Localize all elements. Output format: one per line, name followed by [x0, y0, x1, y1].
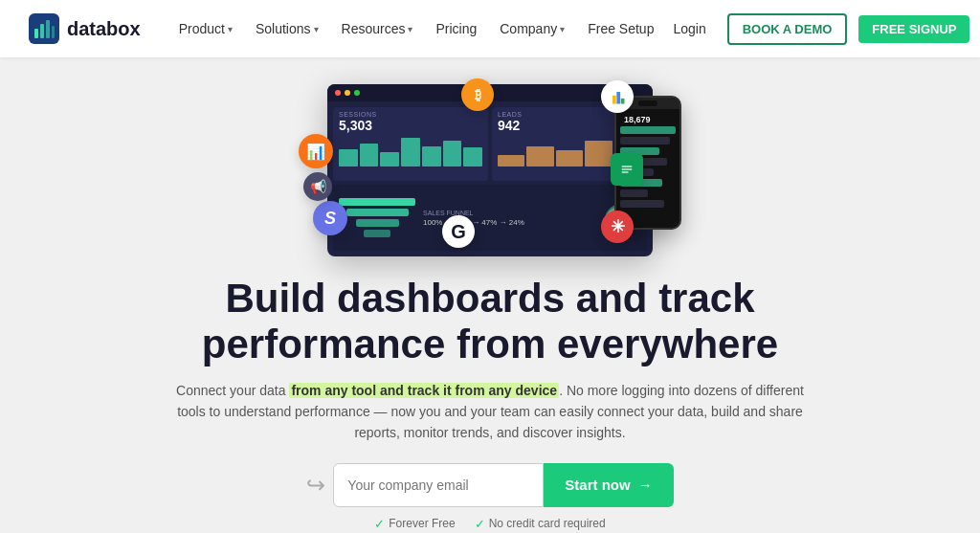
hero-subtext: Connect your data from any tool and trac… — [174, 380, 806, 444]
login-button[interactable]: Login — [663, 15, 715, 42]
logo[interactable]: databox — [29, 13, 141, 44]
svg-rect-9 — [622, 166, 633, 167]
svg-marker-7 — [621, 99, 625, 104]
badge-forever-free: ✓ Forever Free — [374, 517, 455, 531]
widget-label: SESSIONS — [339, 111, 482, 118]
book-demo-button[interactable]: BOOK A DEMO — [727, 13, 848, 45]
widget-value: 5,303 — [339, 118, 482, 134]
phone-bar — [620, 137, 670, 144]
phone-bar — [620, 189, 648, 197]
check-icon: ✓ — [475, 517, 485, 531]
nav-free-setup[interactable]: Free Setup — [578, 15, 663, 42]
float-icon-asterisk: ✳ — [601, 211, 634, 243]
svg-marker-6 — [616, 92, 620, 104]
navbar: databox Product ▾ Solutions ▾ Resources … — [0, 0, 980, 57]
svg-rect-2 — [40, 24, 44, 38]
nav-pricing[interactable]: Pricing — [426, 15, 486, 42]
start-now-button[interactable]: Start now → — [544, 463, 673, 507]
phone-metric-value: 18,679 — [620, 113, 676, 126]
phone-bar — [620, 126, 676, 134]
email-input[interactable] — [333, 463, 544, 507]
chevron-icon: ▾ — [228, 24, 233, 34]
dashboard-illustration: SESSIONS 5,303 LEADS 942 — [299, 77, 681, 268]
float-icon-megaphone: 📢 — [303, 172, 332, 201]
free-signup-button[interactable]: FREE SIGNUP — [858, 15, 969, 43]
nav-links: Product ▾ Solutions ▾ Resources ▾ Pricin… — [169, 15, 664, 42]
svg-rect-3 — [46, 20, 50, 38]
widget-sessions: SESSIONS 5,303 — [333, 107, 488, 181]
svg-marker-5 — [612, 96, 616, 104]
nav-right: Login BOOK A DEMO FREE SIGNUP — [663, 13, 969, 45]
float-icon-sheets — [611, 153, 643, 186]
nav-product[interactable]: Product ▾ — [169, 15, 242, 42]
dot-yellow — [345, 90, 350, 96]
phone-bar — [620, 200, 664, 208]
phone-notch — [638, 100, 657, 106]
chevron-icon: ▾ — [314, 24, 319, 34]
float-icon-analytics — [601, 80, 634, 113]
nav-solutions[interactable]: Solutions ▾ — [246, 15, 328, 42]
logo-icon — [29, 13, 59, 44]
svg-rect-10 — [622, 168, 633, 170]
hero-headline: Build dashboards and track performance f… — [202, 276, 778, 368]
arrow-hint-icon: ↩ — [306, 472, 325, 499]
float-icon-google: G — [442, 215, 475, 248]
svg-rect-11 — [622, 171, 629, 173]
arrow-right-icon: → — [638, 477, 653, 493]
dot-green — [354, 90, 360, 96]
hero-section: SESSIONS 5,303 LEADS 942 — [0, 57, 980, 531]
nav-resources[interactable]: Resources ▾ — [332, 15, 423, 42]
funnel-chart — [339, 194, 415, 241]
svg-rect-1 — [34, 29, 38, 38]
highlighted-text: from any tool and track it from any devi… — [289, 383, 559, 398]
cta-row: ↩ Start now → — [306, 463, 673, 507]
dot-red — [335, 90, 341, 96]
nav-company[interactable]: Company ▾ — [490, 15, 574, 42]
float-icon-orange: 📊 — [299, 134, 333, 168]
badge-no-credit-card: ✓ No credit card required — [475, 517, 606, 531]
chevron-icon: ▾ — [560, 24, 565, 34]
cta-badges: ✓ Forever Free ✓ No credit card required — [374, 517, 605, 531]
logo-text: databox — [67, 18, 141, 40]
widget-funnel: SALES FUNNEL 100% → 82% → 47% → 24% 5.2 — [333, 185, 647, 251]
float-icon-bitcoin: ₿ — [461, 78, 494, 111]
check-icon: ✓ — [374, 517, 385, 531]
bar-chart — [339, 138, 482, 167]
svg-rect-4 — [52, 26, 55, 38]
chevron-icon: ▾ — [408, 24, 412, 34]
float-icon-stripe: S — [313, 201, 347, 235]
